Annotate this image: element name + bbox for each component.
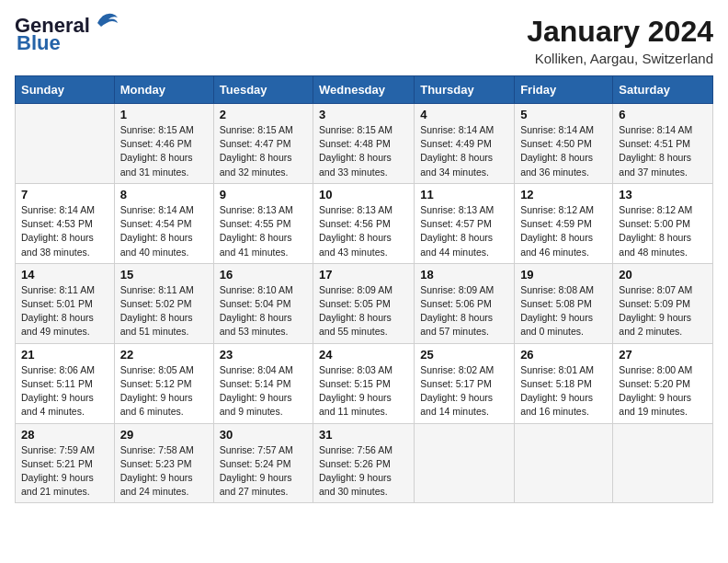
day-info: Sunrise: 8:08 AM Sunset: 5:08 PM Dayligh…	[520, 283, 607, 339]
day-number: 18	[420, 268, 508, 282]
calendar-cell: 20Sunrise: 8:07 AM Sunset: 5:09 PM Dayli…	[613, 263, 713, 343]
day-header-thursday: Thursday	[415, 76, 515, 104]
page-subtitle: Kolliken, Aargau, Switzerland	[527, 51, 713, 66]
day-header-wednesday: Wednesday	[313, 76, 415, 104]
title-area: January 2024 Kolliken, Aargau, Switzerla…	[527, 15, 713, 66]
day-number: 5	[520, 108, 607, 121]
calendar-cell	[613, 423, 713, 503]
calendar-cell	[515, 423, 613, 503]
day-number: 17	[319, 268, 408, 282]
calendar-cell: 25Sunrise: 8:02 AM Sunset: 5:17 PM Dayli…	[415, 343, 515, 423]
calendar-cell: 13Sunrise: 8:12 AM Sunset: 5:00 PM Dayli…	[613, 183, 713, 263]
day-number: 9	[220, 188, 307, 201]
calendar-cell: 19Sunrise: 8:08 AM Sunset: 5:08 PM Dayli…	[515, 263, 613, 343]
day-info: Sunrise: 8:12 AM Sunset: 4:59 PM Dayligh…	[520, 203, 607, 259]
calendar-body: 1Sunrise: 8:15 AM Sunset: 4:46 PM Daylig…	[16, 104, 713, 503]
day-info: Sunrise: 8:00 AM Sunset: 5:20 PM Dayligh…	[619, 363, 707, 419]
day-info: Sunrise: 8:09 AM Sunset: 5:05 PM Dayligh…	[319, 283, 408, 339]
day-number: 20	[619, 268, 707, 282]
calendar-cell: 15Sunrise: 8:11 AM Sunset: 5:02 PM Dayli…	[114, 263, 213, 343]
day-number: 4	[420, 108, 508, 121]
calendar-cell: 6Sunrise: 8:14 AM Sunset: 4:51 PM Daylig…	[613, 104, 713, 184]
day-info: Sunrise: 8:04 AM Sunset: 5:14 PM Dayligh…	[220, 363, 307, 419]
day-number: 26	[520, 348, 607, 362]
day-header-monday: Monday	[114, 76, 213, 104]
day-number: 19	[520, 268, 607, 282]
calendar-cell: 16Sunrise: 8:10 AM Sunset: 5:04 PM Dayli…	[213, 263, 313, 343]
calendar-cell: 24Sunrise: 8:03 AM Sunset: 5:15 PM Dayli…	[313, 343, 415, 423]
calendar-week-row: 21Sunrise: 8:06 AM Sunset: 5:11 PM Dayli…	[16, 343, 713, 423]
day-number: 23	[220, 348, 307, 362]
day-info: Sunrise: 8:11 AM Sunset: 5:01 PM Dayligh…	[21, 283, 108, 339]
day-number: 14	[21, 268, 108, 282]
logo-blue: Blue	[17, 31, 61, 55]
day-info: Sunrise: 8:09 AM Sunset: 5:06 PM Dayligh…	[420, 283, 508, 339]
day-number: 3	[319, 108, 408, 121]
day-info: Sunrise: 8:12 AM Sunset: 5:00 PM Dayligh…	[619, 203, 707, 259]
day-number: 21	[21, 348, 108, 362]
day-number: 29	[120, 428, 208, 442]
calendar-cell: 18Sunrise: 8:09 AM Sunset: 5:06 PM Dayli…	[415, 263, 515, 343]
day-number: 30	[220, 428, 307, 442]
calendar-cell: 29Sunrise: 7:58 AM Sunset: 5:23 PM Dayli…	[114, 423, 213, 503]
day-info: Sunrise: 8:15 AM Sunset: 4:46 PM Dayligh…	[120, 123, 208, 179]
calendar-cell: 3Sunrise: 8:15 AM Sunset: 4:48 PM Daylig…	[313, 104, 415, 184]
day-info: Sunrise: 8:10 AM Sunset: 5:04 PM Dayligh…	[220, 283, 307, 339]
day-info: Sunrise: 8:15 AM Sunset: 4:47 PM Dayligh…	[220, 123, 307, 179]
header: General Blue January 2024 Kolliken, Aarg…	[15, 15, 713, 66]
day-header-saturday: Saturday	[613, 76, 713, 104]
calendar-week-row: 1Sunrise: 8:15 AM Sunset: 4:46 PM Daylig…	[16, 104, 713, 184]
day-header-tuesday: Tuesday	[213, 76, 313, 104]
day-number: 6	[619, 108, 707, 121]
day-number: 7	[21, 188, 108, 201]
calendar-cell: 30Sunrise: 7:57 AM Sunset: 5:24 PM Dayli…	[213, 423, 313, 503]
calendar-week-row: 14Sunrise: 8:11 AM Sunset: 5:01 PM Dayli…	[16, 263, 713, 343]
calendar-cell: 8Sunrise: 8:14 AM Sunset: 4:54 PM Daylig…	[114, 183, 213, 263]
day-info: Sunrise: 8:02 AM Sunset: 5:17 PM Dayligh…	[420, 363, 508, 419]
calendar-cell: 26Sunrise: 8:01 AM Sunset: 5:18 PM Dayli…	[515, 343, 613, 423]
day-number: 15	[120, 268, 208, 282]
calendar-cell: 31Sunrise: 7:56 AM Sunset: 5:26 PM Dayli…	[313, 423, 415, 503]
day-info: Sunrise: 8:11 AM Sunset: 5:02 PM Dayligh…	[120, 283, 208, 339]
day-info: Sunrise: 8:13 AM Sunset: 4:56 PM Dayligh…	[319, 203, 408, 259]
day-number: 22	[120, 348, 208, 362]
day-info: Sunrise: 8:14 AM Sunset: 4:51 PM Dayligh…	[619, 123, 707, 179]
days-of-week-row: SundayMondayTuesdayWednesdayThursdayFrid…	[16, 76, 713, 104]
logo-bird-icon	[94, 10, 119, 29]
day-number: 1	[120, 108, 208, 121]
day-number: 13	[619, 188, 707, 201]
calendar-cell: 27Sunrise: 8:00 AM Sunset: 5:20 PM Dayli…	[613, 343, 713, 423]
day-number: 25	[420, 348, 508, 362]
day-header-sunday: Sunday	[16, 76, 115, 104]
calendar-cell: 14Sunrise: 8:11 AM Sunset: 5:01 PM Dayli…	[16, 263, 115, 343]
day-info: Sunrise: 8:05 AM Sunset: 5:12 PM Dayligh…	[120, 363, 208, 419]
day-number: 8	[120, 188, 208, 201]
day-info: Sunrise: 8:03 AM Sunset: 5:15 PM Dayligh…	[319, 363, 408, 419]
day-number: 27	[619, 348, 707, 362]
day-number: 2	[220, 108, 307, 121]
day-info: Sunrise: 8:14 AM Sunset: 4:53 PM Dayligh…	[21, 203, 108, 259]
calendar-cell: 9Sunrise: 8:13 AM Sunset: 4:55 PM Daylig…	[213, 183, 313, 263]
day-info: Sunrise: 7:56 AM Sunset: 5:26 PM Dayligh…	[319, 443, 408, 500]
day-number: 24	[319, 348, 408, 362]
day-info: Sunrise: 7:57 AM Sunset: 5:24 PM Dayligh…	[220, 443, 307, 500]
calendar-cell: 23Sunrise: 8:04 AM Sunset: 5:14 PM Dayli…	[213, 343, 313, 423]
day-info: Sunrise: 8:14 AM Sunset: 4:50 PM Dayligh…	[520, 123, 607, 179]
day-info: Sunrise: 8:06 AM Sunset: 5:11 PM Dayligh…	[21, 363, 108, 419]
day-info: Sunrise: 7:58 AM Sunset: 5:23 PM Dayligh…	[120, 443, 208, 500]
day-info: Sunrise: 7:59 AM Sunset: 5:21 PM Dayligh…	[21, 443, 108, 500]
calendar-cell: 12Sunrise: 8:12 AM Sunset: 4:59 PM Dayli…	[515, 183, 613, 263]
calendar-header: SundayMondayTuesdayWednesdayThursdayFrid…	[16, 76, 713, 104]
calendar-cell: 5Sunrise: 8:14 AM Sunset: 4:50 PM Daylig…	[515, 104, 613, 184]
calendar-cell: 7Sunrise: 8:14 AM Sunset: 4:53 PM Daylig…	[16, 183, 115, 263]
page-title: January 2024	[527, 15, 713, 49]
day-info: Sunrise: 8:14 AM Sunset: 4:54 PM Dayligh…	[120, 203, 208, 259]
calendar-cell	[16, 104, 115, 184]
day-info: Sunrise: 8:14 AM Sunset: 4:49 PM Dayligh…	[420, 123, 508, 179]
day-number: 10	[319, 188, 408, 201]
day-number: 11	[420, 188, 508, 201]
calendar-cell: 22Sunrise: 8:05 AM Sunset: 5:12 PM Dayli…	[114, 343, 213, 423]
calendar-week-row: 28Sunrise: 7:59 AM Sunset: 5:21 PM Dayli…	[16, 423, 713, 503]
day-info: Sunrise: 8:13 AM Sunset: 4:57 PM Dayligh…	[420, 203, 508, 259]
day-info: Sunrise: 8:07 AM Sunset: 5:09 PM Dayligh…	[619, 283, 707, 339]
